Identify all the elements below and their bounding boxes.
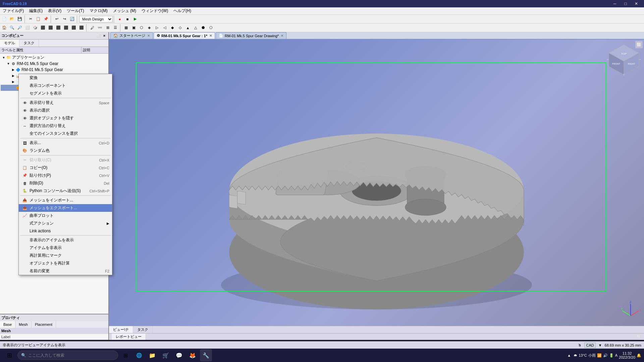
- tb-open[interactable]: 📂: [8, 15, 16, 23]
- ctx-item-show_item[interactable]: アイテムを非表示: [19, 244, 112, 252]
- tb-mesh9[interactable]: ▲: [184, 24, 192, 32]
- viewport-maximize-btn[interactable]: ⬜: [635, 41, 643, 48]
- ctx-item-export_mesh[interactable]: 📤メッシュをエクスポート...: [19, 204, 112, 212]
- tb-redo[interactable]: ↪: [61, 15, 68, 23]
- tb-view-zoomin[interactable]: 🔍: [8, 24, 16, 32]
- taskbar-store[interactable]: 🛒: [160, 349, 172, 361]
- panel-float-btn[interactable]: ⬜: [96, 33, 101, 39]
- tb-paste[interactable]: 📌: [42, 15, 50, 23]
- ctx-item-select_vis[interactable]: 👁表示の選択: [19, 107, 112, 114]
- tb-stop[interactable]: ■: [124, 15, 131, 23]
- tb-draw-style[interactable]: 🖊: [89, 24, 96, 32]
- ctx-item-toggle_vis[interactable]: 👁表示切り替えSpace: [19, 99, 112, 107]
- ctx-item-toggle_select[interactable]: ↔選択方法の切り替え: [19, 122, 112, 130]
- tab-gear[interactable]: ⚙ RM-01 Mk.5 Spur Gear : 1* ✕: [154, 32, 215, 39]
- tab-gear-close[interactable]: ✕: [209, 34, 212, 38]
- menu-item-v[interactable]: 表示(V): [45, 7, 64, 14]
- menu-item-t[interactable]: ツール(T): [64, 7, 87, 14]
- start-button[interactable]: ⊞: [3, 349, 16, 361]
- ctx-item-python_console[interactable]: 🐍Python コンソールへ送信(S)Ctrl+Shift+P: [19, 187, 112, 195]
- panel-close-btn[interactable]: ✕: [102, 33, 107, 39]
- ctx-item-select_all_inst[interactable]: 全てのインスタンスを選択: [19, 130, 112, 137]
- tb-view-right[interactable]: ⬛: [78, 24, 85, 32]
- tb-view-left[interactable]: ⬛: [70, 24, 77, 32]
- panel-tab-tasks[interactable]: タスク: [19, 40, 39, 47]
- ctx-item-segments[interactable]: セグメントを表示: [19, 89, 112, 97]
- ctx-item-rename[interactable]: 名前の変更F2: [19, 267, 112, 275]
- tb-mesh4[interactable]: ◈: [146, 24, 153, 32]
- report-tab-view[interactable]: レポートビュー: [112, 334, 146, 340]
- tb-view-back[interactable]: ⬛: [47, 24, 54, 32]
- tb-play[interactable]: ▶: [131, 15, 139, 23]
- menu-item-f[interactable]: ファイル(F): [0, 7, 26, 14]
- ctx-item-hide_selected[interactable]: 👁選択オブジェクトを隠す: [19, 114, 112, 122]
- bottom-tab-tasks[interactable]: タスク: [133, 326, 153, 333]
- tb-copy[interactable]: 📋: [35, 15, 42, 23]
- tb-mesh7[interactable]: ◆: [169, 24, 176, 32]
- workbench-selector[interactable]: Mesh Design: [79, 16, 113, 22]
- ctx-item-link_actions[interactable]: Link actions: [19, 227, 112, 235]
- tb-mesh8[interactable]: ◇: [176, 24, 184, 32]
- tb-select-all[interactable]: ☰: [112, 24, 119, 32]
- tb-mesh2[interactable]: ▣: [130, 24, 138, 32]
- ctx-item-show_hidden[interactable]: 非表示のアイテムを表示: [19, 236, 112, 244]
- tree-row-app[interactable]: ▼📁アプリケーション: [1, 54, 108, 61]
- ctx-item-delete[interactable]: 🗑削除(D)Del: [19, 179, 112, 187]
- menu-item-h[interactable]: ヘルプ(H): [171, 7, 194, 14]
- tb-view-box[interactable]: ⬜: [24, 24, 31, 32]
- tb-cut[interactable]: ✂: [27, 15, 34, 23]
- tab-startpage-close[interactable]: ✕: [147, 34, 150, 38]
- ctx-item-recompute_obj[interactable]: オブジェクトを再計算: [19, 259, 112, 267]
- menu-item-w[interactable]: ウィンドウ(W): [139, 7, 171, 14]
- taskbar-explorer[interactable]: 📁: [146, 349, 158, 361]
- tb-undo[interactable]: ↩: [53, 15, 60, 23]
- tb-record[interactable]: ●: [116, 15, 123, 23]
- tab-drawing[interactable]: 📄 RM-01 Mk.5 Spur Gear Drawing* ✕: [216, 32, 286, 39]
- tb-mesh1[interactable]: ▦: [122, 24, 130, 32]
- taskbar-task-view[interactable]: ⊞: [119, 349, 131, 361]
- tb-mesh11[interactable]: ⬟: [200, 24, 207, 32]
- report-float-btn[interactable]: ⬜: [636, 334, 641, 340]
- ctx-item-paste[interactable]: 📌貼り付け(P)Ctrl+V: [19, 172, 112, 179]
- tree-row-rm01sub[interactable]: ▶🔷RM-01 Mk.5 Spur Gear: [1, 67, 108, 73]
- tab-startpage[interactable]: 🏠 スタートページ ✕: [110, 32, 153, 39]
- tb-new[interactable]: 📄: [1, 15, 8, 23]
- props-tab-base[interactable]: Base: [0, 321, 15, 328]
- close-button[interactable]: ✕: [631, 0, 641, 7]
- menu-item-m[interactable]: メッシュ (M): [110, 7, 139, 14]
- maximize-button[interactable]: □: [621, 0, 631, 7]
- ctx-item-show_props[interactable]: 🖼表示...Ctrl+D: [19, 139, 112, 147]
- viewport-3d[interactable]: TOP RIGHT FRONT ↑ ← → X Y Z: [109, 40, 644, 326]
- taskbar-chat[interactable]: 💬: [173, 349, 185, 361]
- ctx-item-random_color[interactable]: 🎨ランダム色: [19, 147, 112, 155]
- tb-save[interactable]: 💾: [16, 15, 23, 23]
- taskbar-freecad[interactable]: 🔧: [200, 349, 212, 361]
- tb-mesh6[interactable]: ◁: [161, 24, 168, 32]
- tab-drawing-close[interactable]: ✕: [281, 34, 283, 38]
- search-bar[interactable]: 🔍 ここに入力して検索: [17, 351, 118, 360]
- tb-view-bottom[interactable]: ⬛: [62, 24, 70, 32]
- tb-mesh3[interactable]: ⬡: [138, 24, 145, 32]
- taskbar-edge[interactable]: 🌐: [133, 349, 145, 361]
- tray-up-icon[interactable]: ▲: [567, 353, 571, 357]
- tb-mesh5[interactable]: ▷: [153, 24, 161, 32]
- panel-tab-model[interactable]: モデル: [0, 40, 19, 47]
- tb-stereo[interactable]: 👓: [96, 24, 104, 32]
- ctx-item-import_mesh[interactable]: 📥メッシュをインポート...: [19, 196, 112, 204]
- menu-item-m[interactable]: マクロ(M): [87, 7, 110, 14]
- minimize-button[interactable]: ─: [610, 0, 620, 7]
- tb-view-zoomout[interactable]: 🔎: [16, 24, 23, 32]
- ctx-item-curve_plot[interactable]: 📈曲率プロット: [19, 212, 112, 220]
- props-tab-placement[interactable]: Placement: [32, 321, 56, 328]
- tree-row-rm01[interactable]: ▼⚙RM-01 Mk.5 Spur Gear: [1, 61, 108, 67]
- tb-refresh[interactable]: 🔄: [68, 15, 76, 23]
- tb-view-front[interactable]: ⬛: [39, 24, 47, 32]
- ctx-item-mark_recompute[interactable]: 再計算用にマーク: [19, 252, 112, 259]
- menu-item-e[interactable]: 編集(E): [26, 7, 45, 14]
- tb-zoom-fit[interactable]: ⊞: [104, 24, 111, 32]
- tb-view-home[interactable]: 🏠: [1, 24, 8, 32]
- ctx-item-transform[interactable]: 変換: [19, 74, 112, 82]
- ctx-item-copy[interactable]: 📋コピー(O)Ctrl+C: [19, 164, 112, 172]
- tb-mesh12[interactable]: ⬠: [207, 24, 215, 32]
- tb-view-3d[interactable]: 🎲: [32, 24, 39, 32]
